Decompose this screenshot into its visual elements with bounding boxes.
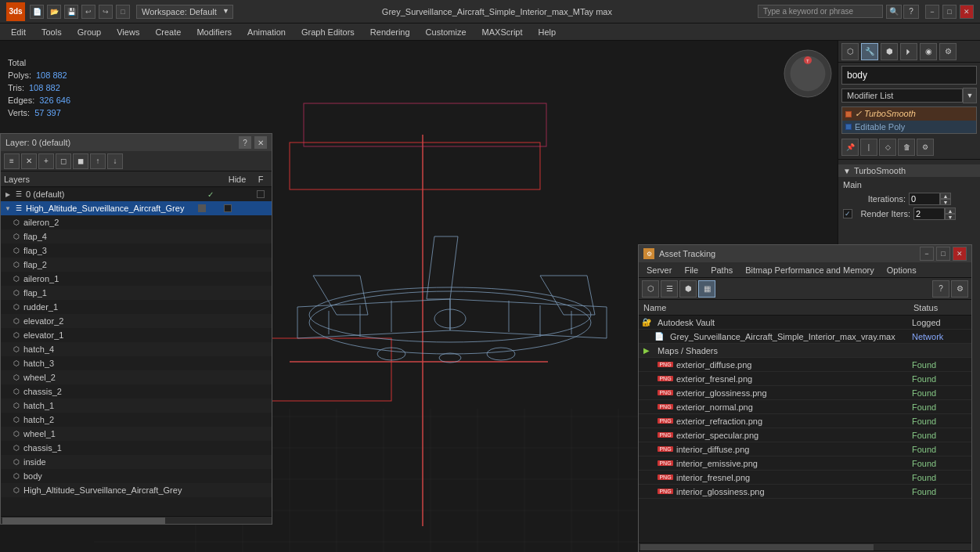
render-iters-input[interactable] [913,207,945,220]
search-bar[interactable]: Type a keyword or phrase [758,5,883,18]
redo-icon[interactable]: ↪ [99,5,113,19]
asset-row-extrefract[interactable]: PNG exterior_refraction.png Found [639,414,971,428]
layer-select-icon[interactable]: ◻ [56,153,71,169]
modifier-list-dropdown[interactable]: ▼ [963,88,977,103]
iterations-input[interactable] [909,193,940,205]
asset-row-vault[interactable]: 🔐 Autodesk Vault Logged [639,316,971,330]
search-icon[interactable]: 🔍 [886,5,902,19]
menu-edit[interactable]: Edit [3,26,34,38]
asset-menu-file[interactable]: File [679,265,703,276]
layer-item-wheel2[interactable]: ⬡ wheel_2 [1,370,272,384]
layer-deselect-icon[interactable]: ◼ [73,153,88,169]
asset-tb-icon2[interactable]: ☰ [661,280,678,298]
asset-row-intemiss[interactable]: PNG interior_emissive.png Found [639,456,971,471]
asset-scrollbar[interactable] [639,543,971,550]
layer-item-flap1[interactable]: ⬡ flap_1 [1,286,272,300]
rp-hierarchy-icon[interactable]: ⬢ [881,43,898,60]
layer-add-icon[interactable]: + [38,153,54,169]
layer-item-chassis1[interactable]: ⬡ chassis_1 [1,441,272,455]
menu-views[interactable]: Views [109,26,147,38]
layer-item-flap3[interactable]: ⬡ flap_3 [1,244,272,258]
asset-row-maxfile[interactable]: 📄 Grey_Surveillance_Aircraft_Simple_Inte… [639,330,971,344]
asset-tb-icon1[interactable]: ⬡ [642,280,659,298]
layer-new-icon[interactable]: ≡ [4,153,20,169]
minimize-button[interactable]: − [925,5,939,19]
layer-item-body[interactable]: ⬡ body [1,469,272,483]
layer-scrollbar-thumb[interactable] [2,518,165,524]
layer-item-flap4[interactable]: ⬡ flap_4 [1,229,272,244]
object-name-field[interactable] [841,66,977,85]
asset-minimize-button[interactable]: − [920,247,934,261]
help-icon[interactable]: ? [903,5,919,19]
asset-row-intgloss[interactable]: PNG interior_glossiness.png Found [639,485,971,499]
layer-item-elevator1[interactable]: ⬡ elevator_1 [1,328,272,342]
layer-item-hatch1[interactable]: ⬡ hatch_1 [1,399,272,413]
menu-customize[interactable]: Customize [418,26,474,38]
layer-item-aileron2[interactable]: ⬡ aileron_2 [1,215,272,229]
asset-menu-server[interactable]: Server [642,265,676,276]
asset-scrollbar-thumb[interactable] [640,544,874,550]
maximize-button[interactable]: □ [942,5,957,19]
layer-down-icon[interactable]: ↓ [107,153,123,169]
turbosmooth-modifier[interactable]: ✓ TurboSmooth [842,107,976,121]
remove-mod-icon[interactable]: 🗑 [898,139,915,156]
asset-row-extfresnel[interactable]: PNG exterior_fresnel.png Found [639,372,971,386]
make-unique-icon[interactable]: ◇ [879,139,896,156]
rp-modify-icon[interactable]: 🔧 [861,43,878,60]
asset-row-extnorm[interactable]: PNG exterior_normal.png Found [639,400,971,414]
asset-row-extgloss[interactable]: PNG exterior_glossiness.png Found [639,386,971,400]
menu-tools[interactable]: Tools [34,26,70,38]
asset-tb-help-icon[interactable]: ? [932,280,949,298]
render-iters-down[interactable]: ▼ [945,214,956,220]
layer-item-high-altitude[interactable]: ▼ ☰ High_Altitude_Surveillance_Aircraft_… [1,201,272,215]
layer-item-chassis2[interactable]: ⬡ chassis_2 [1,384,272,399]
new-icon[interactable]: 📄 [30,5,44,19]
pin-stack-icon[interactable]: 📌 [841,139,859,156]
iterations-down[interactable]: ▼ [940,199,951,205]
file-icon2[interactable]: □ [116,5,130,19]
turbos-section-header[interactable]: ▼ TurboSmooth [838,164,980,177]
layer-item-aileron1[interactable]: ⬡ aileron_1 [1,272,272,286]
asset-tb-icon3[interactable]: ⬢ [679,280,697,298]
asset-maximize-button[interactable]: □ [936,247,950,261]
menu-group[interactable]: Group [70,26,110,38]
asset-tb-settings-icon[interactable]: ⚙ [951,280,968,298]
open-icon[interactable]: 📂 [47,5,61,19]
show-end-result-icon[interactable]: | [860,139,877,156]
menu-animation[interactable]: Animation [240,26,294,38]
layer-item-elevator2[interactable]: ⬡ elevator_2 [1,314,272,328]
layer-item-hatch3[interactable]: ⬡ hatch_3 [1,356,272,370]
save-icon[interactable]: 💾 [64,5,78,19]
workspace-selector[interactable]: Workspace: Default ▼ [136,5,233,19]
layer-move-icon[interactable]: ↑ [90,153,106,169]
asset-menu-bitmap[interactable]: Bitmap Performance and Memory [740,265,878,276]
asset-row-extspec[interactable]: PNG exterior_specular.png Found [639,428,971,442]
configure-mod-icon[interactable]: ⚙ [917,139,934,156]
menu-help[interactable]: Help [531,26,564,38]
asset-close-button[interactable]: ✕ [953,247,967,261]
layer-delete-icon[interactable]: ✕ [21,153,37,169]
render-iters-checkbox[interactable]: ✓ [843,209,852,218]
menu-graph-editors[interactable]: Graph Editors [294,26,362,38]
asset-menu-options[interactable]: Options [882,265,921,276]
asset-row-intfresnel[interactable]: PNG interior_fresnel.png Found [639,471,971,485]
layer-item-high-alt-sub[interactable]: ⬡ High_Altitude_Surveillance_Aircraft_Gr… [1,483,272,497]
close-button[interactable]: ✕ [960,5,974,19]
menu-rendering[interactable]: Rendering [362,26,418,38]
layer-dialog-scrollbar[interactable] [1,516,272,524]
rp-create-icon[interactable]: ⬡ [841,43,859,60]
layer-item-default[interactable]: ▶ ☰ 0 (default) ✓ [1,187,272,201]
iterations-up[interactable]: ▲ [940,193,951,199]
layer-item-flap2[interactable]: ⬡ flap_2 [1,258,272,272]
layer-dialog-question[interactable]: ? [239,136,251,149]
rp-motion-icon[interactable]: ⏵ [900,43,917,60]
asset-row-maps[interactable]: ▶ Maps / Shaders [639,344,971,358]
menu-maxscript[interactable]: MAXScript [474,26,531,38]
rp-utilities-icon[interactable]: ⚙ [939,43,957,60]
viewport-navball[interactable]: T [783,49,830,96]
layer-item-hatch4[interactable]: ⬡ hatch_4 [1,342,272,356]
layer-item-inside[interactable]: ⬡ inside [1,455,272,469]
menu-modifiers[interactable]: Modifiers [189,26,240,38]
asset-tb-icon4[interactable]: ▦ [698,280,715,298]
layer-item-hatch2[interactable]: ⬡ hatch_2 [1,413,272,427]
